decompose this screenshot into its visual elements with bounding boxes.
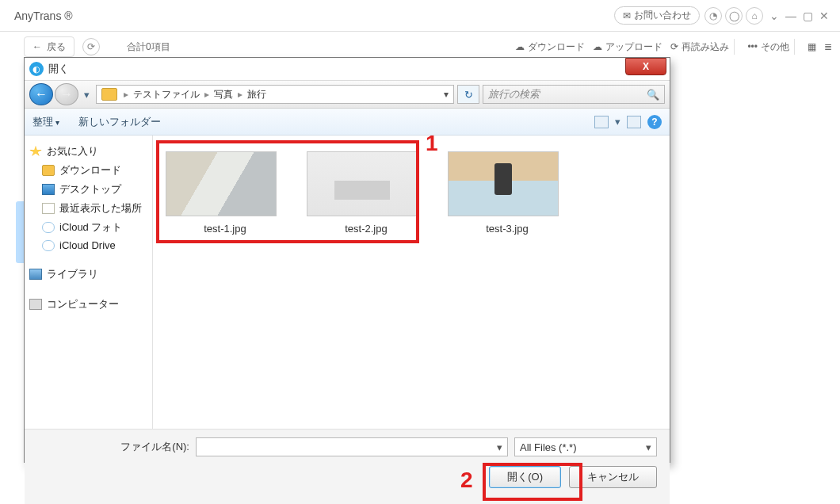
- crumb-leaf[interactable]: 旅行: [244, 88, 269, 101]
- reload-icon: ⟳: [670, 41, 678, 52]
- organize-menu[interactable]: 整理: [32, 115, 59, 129]
- user-icon[interactable]: ◯: [725, 7, 743, 25]
- cloud-down-icon: ☁: [515, 41, 525, 52]
- file-type-value: All Files (*.*): [520, 441, 577, 453]
- cancel-button-label: キャンセル: [587, 470, 639, 484]
- back-button[interactable]: 戻る: [24, 36, 74, 57]
- combo-dropdown-icon[interactable]: ▾: [646, 441, 651, 453]
- view-mode-button[interactable]: [594, 116, 609, 128]
- tree-library-label: ライブラリ: [47, 267, 98, 281]
- computer-icon: [29, 299, 42, 310]
- file-pane[interactable]: test-1.jpg test-2.jpg test-3.jpg 1: [153, 136, 670, 429]
- nav-back-button[interactable]: [29, 83, 53, 105]
- view-mode-dropdown[interactable]: ▾: [615, 116, 620, 128]
- filename-label: ファイル名(N):: [37, 440, 196, 454]
- crumb-sep: ▸: [203, 89, 211, 100]
- dropdown-icon[interactable]: ⌄: [766, 10, 782, 22]
- thumbnail-image: [448, 151, 559, 216]
- nav-history-dropdown[interactable]: ▾: [80, 83, 93, 105]
- bell-icon[interactable]: ◔: [704, 7, 722, 25]
- separator: [794, 39, 795, 55]
- window-maximize-icon[interactable]: ▢: [800, 10, 816, 22]
- annotation-box-1: [156, 140, 419, 243]
- folder-icon: [42, 165, 55, 176]
- download-button[interactable]: ☁ ダウンロード: [515, 40, 585, 54]
- contact-button[interactable]: ✉ お問い合わせ: [614, 6, 700, 25]
- annotation-number-2: 2: [460, 468, 473, 493]
- crumb-sep: ▸: [122, 89, 130, 100]
- window-minimize-icon[interactable]: —: [782, 10, 800, 22]
- tree-library[interactable]: ライブラリ: [29, 265, 151, 284]
- nav-tree: お気に入り ダウンロード デスクトップ 最近表示した場所 iCloud フォト …: [25, 136, 153, 429]
- tree-favorites-label: お気に入り: [47, 144, 98, 158]
- reload-button[interactable]: ⟳ 再読み込み: [670, 40, 729, 54]
- dots-icon: •••: [747, 41, 758, 52]
- filename-input[interactable]: ▾: [196, 437, 508, 456]
- crumb-root[interactable]: テストファイル: [130, 88, 203, 101]
- tree-icloud-photo[interactable]: iCloud フォト: [29, 218, 151, 237]
- tree-desktop[interactable]: デスクトップ: [29, 180, 151, 199]
- file-open-dialog: ◐ 開く X ▾ ▸ テストファイル ▸ 写真 ▸ 旅行 ▾ ↻ 旅行の検索 🔍…: [24, 57, 670, 463]
- separator: [734, 39, 735, 55]
- tree-recent-label: 最近表示した場所: [59, 201, 142, 216]
- dialog-titlebar: ◐ 開く X: [25, 58, 670, 80]
- address-dropdown-icon[interactable]: ▾: [439, 89, 453, 100]
- tree-recent[interactable]: 最近表示した場所: [29, 199, 151, 218]
- tree-icloud-drive[interactable]: iCloud Drive: [29, 237, 151, 254]
- filename-dropdown-icon[interactable]: ▾: [497, 441, 502, 453]
- other-button[interactable]: ••• その他: [747, 40, 789, 54]
- app-title: AnyTrans ®: [14, 10, 73, 22]
- search-placeholder: 旅行の検索: [488, 87, 540, 101]
- tree-icloud-photo-label: iCloud フォト: [59, 220, 122, 235]
- library-icon: [29, 269, 42, 280]
- file-item[interactable]: test-3.jpg: [448, 151, 567, 235]
- tree-desktop-label: デスクトップ: [59, 182, 121, 197]
- file-name: test-3.jpg: [448, 223, 567, 235]
- cloud-icon: [42, 222, 55, 233]
- view-grid-icon[interactable]: ▦: [808, 41, 816, 52]
- tree-favorites[interactable]: お気に入り: [29, 142, 151, 161]
- download-label: ダウンロード: [528, 40, 585, 54]
- dialog-navbar: ▾ ▸ テストファイル ▸ 写真 ▸ 旅行 ▾ ↻ 旅行の検索 🔍: [25, 80, 670, 109]
- arrow-left-icon: [32, 41, 42, 52]
- folder-icon: [101, 88, 117, 101]
- star-icon: [29, 146, 42, 157]
- contact-label: お問い合わせ: [634, 9, 691, 22]
- mail-icon: ✉: [623, 10, 631, 21]
- desktop-icon: [42, 184, 55, 195]
- shirt-icon[interactable]: ⌂: [746, 7, 763, 25]
- tree-downloads-label: ダウンロード: [59, 163, 121, 178]
- file-type-combo[interactable]: All Files (*.*) ▾: [514, 437, 657, 456]
- new-folder-button[interactable]: 新しいフォルダー: [78, 115, 161, 129]
- dialog-close-button[interactable]: X: [625, 58, 666, 75]
- dialog-title: 開く: [48, 62, 69, 76]
- refresh-icon[interactable]: ⟳: [82, 38, 100, 55]
- tree-downloads[interactable]: ダウンロード: [29, 161, 151, 180]
- address-bar[interactable]: ▸ テストファイル ▸ 写真 ▸ 旅行 ▾: [96, 85, 454, 104]
- address-refresh-button[interactable]: ↻: [457, 85, 479, 104]
- window-close-icon[interactable]: ✕: [816, 10, 832, 22]
- search-input[interactable]: 旅行の検索 🔍: [483, 85, 665, 104]
- reload-label: 再読み込み: [682, 40, 729, 54]
- tree-icloud-drive-label: iCloud Drive: [59, 239, 116, 251]
- nav-forward-button[interactable]: [55, 83, 78, 105]
- search-icon: 🔍: [647, 89, 659, 101]
- cloud-up-icon: ☁: [593, 41, 602, 52]
- dialog-body: お気に入り ダウンロード デスクトップ 最近表示した場所 iCloud フォト …: [25, 136, 670, 429]
- recent-icon: [42, 203, 55, 214]
- cloud-icon: [42, 240, 55, 251]
- preview-pane-button[interactable]: [627, 116, 641, 128]
- crumb-sep: ▸: [236, 89, 244, 100]
- tree-computer[interactable]: コンピューター: [29, 295, 151, 314]
- annotation-box-2: [483, 463, 582, 501]
- item-count: 合計0項目: [127, 40, 170, 54]
- annotation-number-1: 1: [426, 131, 438, 156]
- crumb-mid[interactable]: 写真: [211, 88, 236, 101]
- view-list-icon[interactable]: ≣: [824, 41, 832, 52]
- help-icon[interactable]: ?: [647, 115, 662, 129]
- dialog-toolbar: 整理 新しいフォルダー ▾ ?: [25, 109, 670, 136]
- app-icon: ◐: [29, 62, 44, 76]
- app-titlebar: AnyTrans ® ✉ お問い合わせ ◔ ◯ ⌂ ⌄ — ▢ ✕: [0, 0, 840, 32]
- upload-button[interactable]: ☁ アップロード: [593, 40, 662, 54]
- back-label: 戻る: [47, 40, 66, 54]
